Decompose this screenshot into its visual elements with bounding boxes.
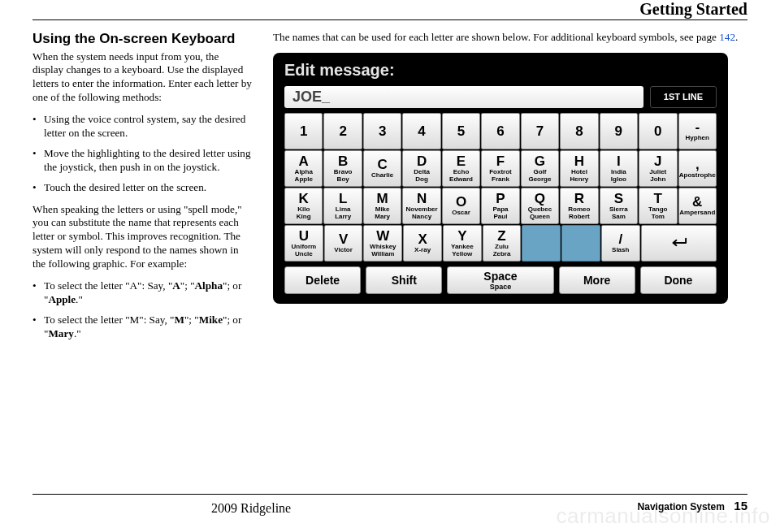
key-3[interactable]: 3 (363, 113, 401, 149)
key-1[interactable]: 1 (284, 113, 323, 149)
key-a[interactable]: AAlphaApple (284, 150, 323, 187)
key-w[interactable]: WWhiskeyWilliam (363, 225, 402, 262)
key-l[interactable]: LLimaLarry (323, 188, 362, 224)
intro-paragraph: When the system needs input from you, th… (32, 50, 252, 106)
key-v[interactable]: VVictor (324, 225, 363, 262)
method-item: Move the highlighting to the desired let… (32, 147, 252, 175)
key-r[interactable]: RRomeoRobert (560, 188, 598, 224)
key-/[interactable]: /Slash (601, 225, 640, 262)
method-item: Touch the desired letter on the screen. (32, 181, 252, 195)
key-x[interactable]: XX-ray (403, 225, 442, 262)
key-,[interactable]: ,Apostrophe (678, 150, 717, 187)
spell-mode-paragraph: When speaking the letters or using "spel… (32, 203, 252, 271)
watermark: carmanualsonline.info (557, 504, 770, 529)
footer-vehicle: 2009 Ridgeline (211, 501, 291, 516)
key-4[interactable]: 4 (402, 113, 440, 149)
done-button[interactable]: Done (640, 266, 717, 294)
chapter-title: Getting Started (639, 0, 748, 19)
key-s[interactable]: SSierraSam (600, 188, 638, 224)
key-h[interactable]: HHotelHenry (560, 150, 598, 187)
more-button[interactable]: More (559, 266, 635, 294)
key-u[interactable]: UUniformUncle (284, 225, 323, 262)
method-item: Using the voice control system, say the … (32, 113, 252, 141)
right-intro: The names that can be used for each lett… (273, 31, 748, 45)
keyboard-screenshot: Edit message: JOE_ 1ST LINE 1234567890-H… (273, 53, 728, 304)
space-button[interactable]: SpaceSpace (447, 266, 553, 294)
key-t[interactable]: TTangoTom (639, 188, 677, 224)
key-d[interactable]: DDeltaDog (402, 150, 440, 187)
key-k[interactable]: KKiloKing (284, 188, 323, 224)
right-column: The names that can be used for each lett… (273, 31, 748, 485)
key-o[interactable]: OOscar (442, 188, 480, 224)
key-&[interactable]: &Ampersand (678, 188, 717, 224)
key-8[interactable]: 8 (560, 113, 598, 149)
key-g[interactable]: GGolfGeorge (521, 150, 559, 187)
key-n[interactable]: NNovemberNancy (402, 188, 440, 224)
key-b[interactable]: BBravoBoy (323, 150, 362, 187)
example-list: To select the letter "A": Say, "A"; "Alp… (32, 279, 252, 341)
example-item: To select the letter "A": Say, "A"; "Alp… (32, 279, 252, 307)
example-item: To select the letter "M": Say, "M"; "Mik… (32, 314, 252, 341)
intro-text-end: . (735, 31, 738, 43)
key-5[interactable]: 5 (442, 113, 480, 149)
method-list: Using the voice control system, say the … (32, 113, 252, 194)
key-f[interactable]: FFoxtrotFrank (481, 150, 519, 187)
key-blank (561, 225, 600, 262)
keyboard-title: Edit message: (280, 59, 722, 86)
first-line-button[interactable]: 1ST LINE (650, 86, 717, 108)
key-m[interactable]: MMikeMary (363, 188, 401, 224)
key-7[interactable]: 7 (521, 113, 559, 149)
key-p[interactable]: PPapaPaul (481, 188, 519, 224)
key-2[interactable]: 2 (323, 113, 362, 149)
text-display: JOE_ (284, 86, 644, 108)
key-0[interactable]: 0 (639, 113, 677, 149)
left-column: Using the On-screen Keyboard When the sy… (32, 31, 252, 485)
delete-button[interactable]: Delete (284, 266, 361, 294)
key-q[interactable]: QQuebecQueen (521, 188, 559, 224)
intro-text: The names that can be used for each lett… (273, 31, 719, 43)
section-heading: Using the On-screen Keyboard (32, 31, 252, 47)
key-9[interactable]: 9 (600, 113, 638, 149)
key-j[interactable]: JJulietJohn (639, 150, 677, 187)
shift-button[interactable]: Shift (366, 266, 442, 294)
keyboard-bottom-row: DeleteShiftSpaceSpaceMoreDone (280, 266, 722, 297)
key-c[interactable]: CCharlie (363, 150, 401, 187)
keyboard-grid: 1234567890-Hyphen AAlphaAppleBBravoBoyCC… (280, 113, 722, 262)
page-link[interactable]: 142 (719, 31, 735, 43)
enter-key[interactable] (641, 225, 717, 262)
key-i[interactable]: IIndiaIgloo (600, 150, 638, 187)
key-y[interactable]: YYankeeYellow (443, 225, 482, 262)
key-6[interactable]: 6 (481, 113, 519, 149)
key-blank (522, 225, 561, 262)
key-z[interactable]: ZZuluZebra (483, 225, 522, 262)
key-e[interactable]: EEchoEdward (442, 150, 480, 187)
key-hyphen[interactable]: -Hyphen (678, 113, 717, 149)
